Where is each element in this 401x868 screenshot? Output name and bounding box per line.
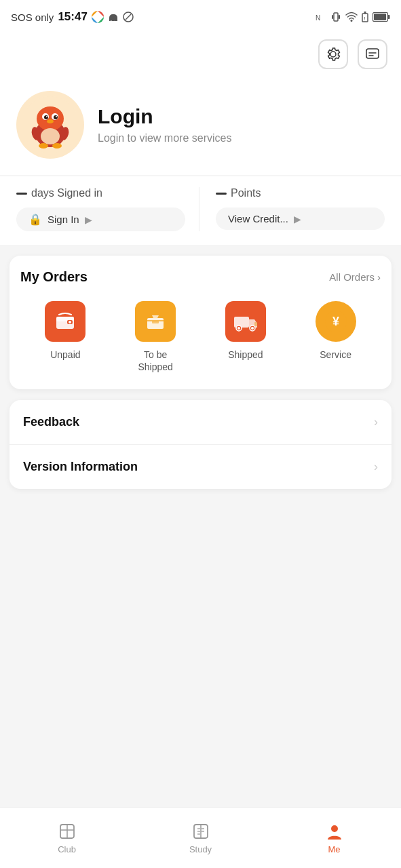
status-left: SOS only 15:47 xyxy=(11,10,134,24)
svg-point-26 xyxy=(54,115,58,119)
points-stat-block: Points View Credit... ▶ xyxy=(199,187,385,231)
me-icon xyxy=(325,822,344,841)
svg-text:N: N xyxy=(316,14,320,22)
svg-rect-5 xyxy=(116,18,117,21)
svg-rect-4 xyxy=(115,18,116,21)
svg-point-46 xyxy=(251,327,254,330)
svg-point-27 xyxy=(46,116,47,117)
order-to-be-shipped[interactable]: To beShipped xyxy=(111,301,201,373)
svg-rect-42 xyxy=(254,322,257,326)
days-stat-block: days Signed in 🔒 Sign In ▶ xyxy=(16,187,199,231)
wallet-icon xyxy=(54,310,77,333)
version-arrow-icon: › xyxy=(374,460,378,474)
days-label: days Signed in xyxy=(16,187,185,199)
svg-rect-40 xyxy=(152,321,159,323)
settings-button[interactable] xyxy=(318,39,348,69)
sos-text: SOS only xyxy=(11,12,54,23)
svg-text:¥: ¥ xyxy=(332,315,339,328)
nav-study-label: Study xyxy=(189,844,212,854)
vibrate-icon xyxy=(330,12,341,22)
svg-rect-18 xyxy=(374,14,386,20)
nav-club-label: Club xyxy=(58,844,76,854)
slash-icon xyxy=(123,12,134,22)
points-dash xyxy=(216,193,227,195)
ghost-icon xyxy=(108,12,119,22)
svg-rect-17 xyxy=(388,15,390,19)
nav-me-label: Me xyxy=(328,844,340,854)
orders-section: My Orders All Orders › Unpaid xyxy=(9,256,392,389)
status-time: 15:47 xyxy=(58,10,87,24)
svg-line-7 xyxy=(126,14,131,20)
profile-name: Login xyxy=(98,105,385,128)
feedback-arrow-icon: › xyxy=(374,415,378,429)
profile-info: Login Login to view more services xyxy=(98,105,385,144)
nav-club[interactable]: Club xyxy=(0,822,134,854)
points-label: Points xyxy=(216,187,385,199)
order-shipped[interactable]: Shipped xyxy=(201,301,291,361)
feedback-row[interactable]: Feedback › xyxy=(9,400,392,445)
wifi-icon xyxy=(345,12,358,22)
svg-rect-14 xyxy=(364,12,366,14)
sign-in-button[interactable]: 🔒 Sign In ▶ xyxy=(16,208,185,231)
unpaid-label: Unpaid xyxy=(50,349,80,361)
top-icons-bar xyxy=(0,34,401,77)
order-service[interactable]: ¥ Service xyxy=(290,301,381,361)
svg-point-30 xyxy=(41,128,60,144)
order-unpaid[interactable]: Unpaid xyxy=(20,301,111,361)
orders-header: My Orders All Orders › xyxy=(20,269,381,285)
nav-study[interactable]: Study xyxy=(134,822,267,854)
message-icon xyxy=(365,47,380,62)
orders-grid: Unpaid To beShipped xyxy=(20,301,381,373)
days-dash xyxy=(16,193,27,195)
view-credit-button[interactable]: View Credit... ▶ xyxy=(216,208,385,230)
profile-subtitle: Login to view more services xyxy=(98,132,385,144)
nfc-icon: N xyxy=(316,12,326,22)
status-right: N ! xyxy=(316,12,390,22)
shipped-label: Shipped xyxy=(228,349,263,361)
profile-section: Login Login to view more services xyxy=(0,77,401,175)
feedback-label: Feedback xyxy=(23,415,79,429)
orders-title: My Orders xyxy=(20,269,88,285)
svg-rect-19 xyxy=(366,49,379,58)
club-icon xyxy=(58,822,77,841)
settings-icon xyxy=(326,47,341,62)
stats-section: days Signed in 🔒 Sign In ▶ Points View C… xyxy=(0,176,401,245)
yen-icon: ¥ xyxy=(324,310,347,333)
arrow-icon: ▶ xyxy=(85,214,92,225)
svg-point-12 xyxy=(351,20,353,22)
version-label: Version Information xyxy=(23,460,138,474)
to-be-shipped-label: To beShipped xyxy=(138,349,172,373)
svg-point-31 xyxy=(39,143,48,149)
truck-icon xyxy=(233,310,259,333)
svg-point-22 xyxy=(37,106,64,131)
svg-rect-9 xyxy=(334,13,338,21)
svg-point-38 xyxy=(69,321,71,323)
svg-point-59 xyxy=(331,825,338,832)
svg-rect-3 xyxy=(112,18,113,21)
shipped-icon-wrap xyxy=(225,301,266,342)
version-row[interactable]: Version Information › xyxy=(9,445,392,489)
avatar xyxy=(16,91,84,159)
svg-point-28 xyxy=(56,116,57,117)
bottom-nav: Club Study Me xyxy=(0,807,401,868)
service-icon-wrap: ¥ xyxy=(316,301,356,342)
battery-alert-icon: ! xyxy=(362,12,368,22)
info-section: Feedback › Version Information › xyxy=(9,400,392,489)
unpaid-icon-wrap xyxy=(45,301,85,342)
credit-arrow-icon: ▶ xyxy=(294,214,301,224)
status-bar: SOS only 15:47 N xyxy=(0,0,401,34)
messages-button[interactable] xyxy=(358,39,387,69)
battery-icon xyxy=(373,12,390,22)
lock-icon: 🔒 xyxy=(28,213,42,226)
nav-me[interactable]: Me xyxy=(267,822,401,854)
all-orders-arrow: › xyxy=(377,271,381,283)
service-label: Service xyxy=(320,349,351,361)
to-be-shipped-icon-wrap xyxy=(135,301,176,342)
svg-point-29 xyxy=(47,119,54,123)
svg-rect-11 xyxy=(339,15,340,19)
svg-rect-2 xyxy=(109,18,111,21)
study-icon xyxy=(191,822,210,841)
mascot-svg xyxy=(20,94,81,155)
svg-point-32 xyxy=(52,143,62,149)
all-orders-link[interactable]: All Orders › xyxy=(329,271,381,283)
